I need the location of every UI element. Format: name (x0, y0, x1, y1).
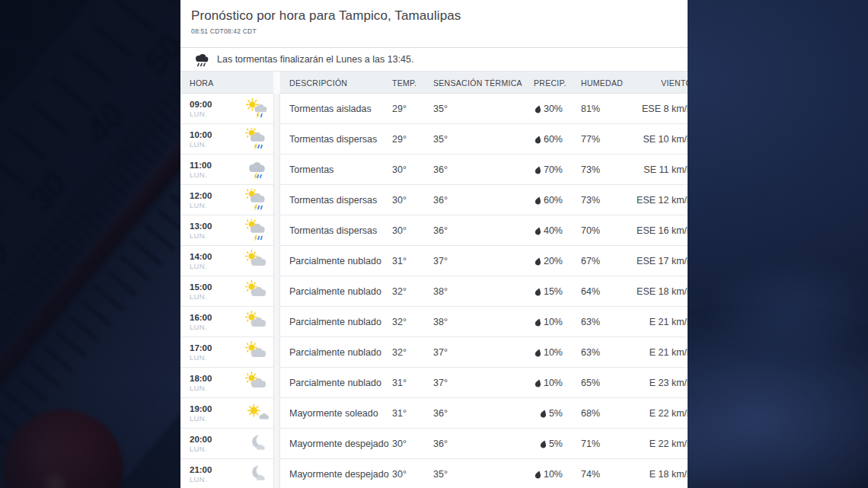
row-description: Parcialmente nublado (280, 378, 392, 388)
row-humidity: 65% (573, 378, 633, 388)
precip-value: 60% (544, 195, 563, 206)
column-divider (273, 398, 280, 429)
raindrop-icon (535, 166, 541, 174)
row-time: 19:00 (190, 403, 212, 414)
precip-value: 60% (544, 134, 563, 145)
precip-value: 10% (544, 378, 563, 388)
row-time: 16:00 (190, 312, 212, 323)
row-time: 11:00 (190, 160, 212, 171)
column-divider (273, 155, 280, 185)
table-row[interactable]: 18:00 LUN. Parcialmente nublado 31° 37° … (180, 368, 688, 398)
row-precipitation: 5% (534, 408, 573, 419)
hour-cell: 15:00 LUN. (190, 276, 273, 307)
raindrop-icon (541, 410, 547, 418)
row-precipitation: 5% (534, 439, 573, 449)
storm-cloud-icon (193, 53, 209, 67)
row-feels-like: 36° (433, 225, 534, 236)
row-day: LUN. (190, 353, 212, 362)
precip-value: 30% (544, 104, 563, 114)
row-day: LUN. (190, 323, 212, 331)
column-divider (273, 246, 280, 276)
hour-cell: 21:00 LUN. (190, 459, 273, 488)
row-description: Mayormente despejado (280, 469, 392, 480)
row-wind: ESE 8 km/h (633, 104, 688, 114)
column-divider (273, 124, 280, 155)
row-precipitation: 10% (534, 317, 573, 327)
row-precipitation: 10% (534, 469, 573, 480)
row-humidity: 73% (573, 164, 633, 175)
row-humidity: 70% (573, 225, 633, 236)
column-divider (273, 185, 280, 215)
column-divider (273, 94, 280, 124)
row-humidity: 81% (573, 104, 633, 114)
row-temperature: 29° (392, 134, 433, 145)
row-wind: E 21 km/h (633, 317, 688, 327)
forecast-panel: Pronóstico por hora para Tampico, Tamaul… (180, 0, 688, 488)
row-description: Parcialmente nublado (280, 256, 392, 266)
scattered-thunderstorms-day-icon (244, 128, 270, 151)
precip-value: 70% (544, 164, 563, 175)
panel-header: Pronóstico por hora para Tampico, Tamaul… (180, 0, 688, 48)
row-feels-like: 38° (433, 317, 534, 327)
table-row[interactable]: 12:00 LUN. Tormentas dispersas 30° 36° 6… (180, 185, 688, 215)
row-humidity: 63% (573, 347, 633, 358)
row-day: LUN. (190, 475, 212, 483)
row-humidity: 71% (573, 439, 633, 449)
row-feels-like: 35° (433, 104, 534, 114)
row-precipitation: 10% (534, 378, 573, 388)
table-row[interactable]: 17:00 LUN. Parcialmente nublado 32° 37° … (180, 337, 688, 368)
precip-value: 10% (544, 469, 563, 480)
raindrop-icon (535, 349, 541, 357)
table-row[interactable]: 20:00 LUN. Mayormente despejado 30° 36° … (180, 429, 688, 459)
raindrop-icon (535, 288, 541, 296)
row-wind: E 23 km/h (633, 378, 688, 388)
row-time: 18:00 (190, 373, 212, 384)
raindrop-icon (541, 440, 547, 448)
raindrop-icon (535, 105, 541, 113)
row-description: Tormentas dispersas (280, 225, 392, 236)
table-row[interactable]: 19:00 LUN. Mayormente soleado 31° 36° 5%… (180, 398, 688, 429)
table-row[interactable]: 13:00 LUN. Tormentas dispersas 30° 36° 4… (180, 215, 688, 246)
row-description: Tormentas dispersas (280, 134, 392, 145)
table-row[interactable]: 21:00 LUN. Mayormente despejado 30° 35° … (180, 459, 688, 488)
row-day: LUN. (190, 445, 212, 453)
row-wind: E 21 km/h (633, 347, 688, 358)
row-time: 21:00 (190, 464, 212, 475)
mostly-clear-night-icon (244, 432, 270, 455)
row-wind: E 22 km/h (633, 408, 688, 419)
table-row[interactable]: 09:00 LUN. Tormentas aisladas 29° 35° 30… (180, 94, 688, 124)
row-precipitation: 15% (534, 286, 573, 297)
screenshot-root: 00 10 20 30 40 50 -2 Pronóstico por hora… (0, 0, 868, 488)
hour-cell: 09:00 LUN. (190, 94, 273, 124)
raindrop-icon (535, 257, 541, 266)
hour-cell: 17:00 LUN. (190, 337, 273, 368)
column-divider (273, 368, 280, 398)
table-row[interactable]: 16:00 LUN. Parcialmente nublado 32° 38° … (180, 307, 688, 337)
table-row[interactable]: 14:00 LUN. Parcialmente nublado 31° 37° … (180, 246, 688, 276)
table-row[interactable]: 10:00 LUN. Tormentas dispersas 29° 35° 6… (180, 124, 688, 155)
row-day: LUN. (190, 110, 212, 118)
forecast-rows: 09:00 LUN. Tormentas aisladas 29° 35° 30… (180, 94, 688, 488)
hour-cell: 10:00 LUN. (190, 124, 273, 155)
column-header-temp: TEMP. (392, 78, 433, 88)
isolated-thunderstorms-day-icon (244, 97, 270, 120)
row-wind: SE 11 km/h (633, 164, 688, 175)
table-header-row: HORA DESCRIPCIÓN TEMP. SENSACIÓN TÉRMICA… (180, 72, 688, 94)
row-description: Mayormente soleado (280, 408, 392, 419)
partly-cloudy-day-icon (244, 280, 270, 303)
weather-alert-banner[interactable]: Las tormentas finalizarán el Lunes a las… (180, 48, 688, 72)
row-temperature: 31° (392, 378, 433, 388)
row-time: 10:00 (190, 129, 212, 140)
row-humidity: 73% (573, 195, 633, 206)
table-row[interactable]: 15:00 LUN. Parcialmente nublado 32° 38° … (180, 276, 688, 307)
raindrop-icon (535, 379, 541, 388)
mostly-clear-night-icon (244, 463, 270, 486)
hour-cell: 20:00 LUN. (190, 429, 273, 459)
row-temperature: 29° (392, 104, 433, 114)
table-row[interactable]: 11:00 LUN. Tormentas 30° 36° 70% 73% SE … (180, 155, 688, 185)
partly-cloudy-day-icon (244, 250, 270, 273)
alert-text: Las tormentas finalizarán el Lunes a las… (217, 54, 414, 65)
row-feels-like: 36° (433, 195, 534, 206)
row-precipitation: 60% (534, 195, 573, 206)
hour-cell: 18:00 LUN. (190, 368, 273, 398)
